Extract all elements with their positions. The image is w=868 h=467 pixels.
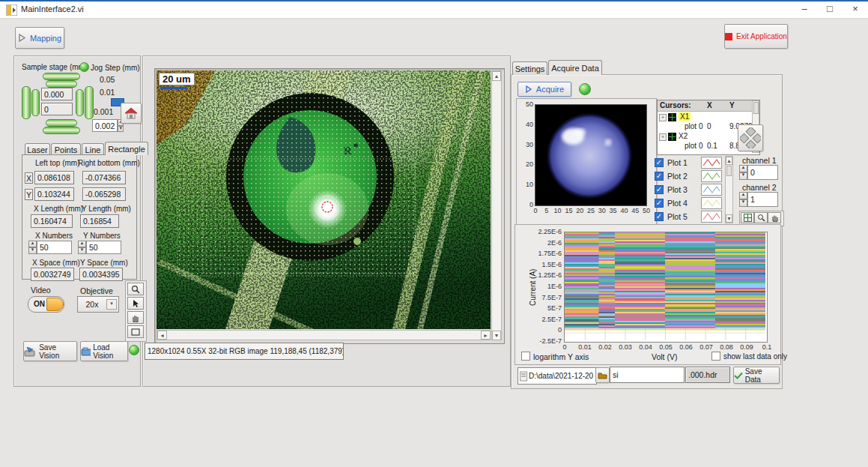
microscope-image[interactable]: R 20 um xyxy=(157,70,491,329)
stage-right-outer-button[interactable] xyxy=(85,86,94,119)
graph-zoom-tool-button[interactable] xyxy=(754,212,768,223)
plot5-style-icon[interactable] xyxy=(701,211,722,223)
intensity-map-plot[interactable] xyxy=(535,104,647,206)
minimize-button[interactable]: – xyxy=(792,1,817,18)
tab-points[interactable]: Points xyxy=(51,143,81,155)
stage-up-inner-button[interactable] xyxy=(46,80,77,88)
rectangle-tool-button[interactable] xyxy=(127,325,144,338)
channel1-spinner[interactable]: ▲▼ 0 xyxy=(739,165,778,180)
channel1-value[interactable]: 0 xyxy=(747,165,778,180)
tab-acquire-data[interactable]: Acquire Data xyxy=(548,60,602,75)
x-space-field[interactable]: 0.0032749 xyxy=(31,268,74,281)
jog-step-value[interactable]: 0.002 xyxy=(92,119,118,132)
stage-left-inner-button[interactable] xyxy=(31,89,40,116)
x-numbers-up-icon[interactable]: ▲ xyxy=(28,241,37,247)
x-length-field[interactable]: 0.160474 xyxy=(31,214,73,228)
scroll-up-arrow-icon[interactable]: ▲ xyxy=(492,71,501,81)
jog-option-0001[interactable]: 0.001 xyxy=(94,107,113,116)
mapping-button[interactable]: Mapping xyxy=(15,27,64,49)
plot5-checkbox[interactable]: ✓ xyxy=(655,212,664,221)
stage-right-inner-button[interactable] xyxy=(76,89,84,116)
stage-y-readout[interactable]: 0 xyxy=(41,103,73,115)
channel2-down-icon[interactable]: ▼ xyxy=(739,199,747,207)
objective-dropdown[interactable]: 20x ▼ xyxy=(77,296,119,313)
iv-traces-plot[interactable] xyxy=(564,232,768,343)
zoom-tool-button[interactable] xyxy=(127,283,144,295)
cursor-row-x1[interactable]: + X1 xyxy=(659,112,752,122)
data-path-control[interactable]: D:\data\2021-12-20 xyxy=(518,367,597,385)
graph-pan-tool-button[interactable] xyxy=(768,212,781,223)
cursor-mover-pad[interactable] xyxy=(738,124,763,151)
home-button[interactable] xyxy=(121,103,142,124)
stage-down-outer-button[interactable] xyxy=(43,127,80,134)
acquire-button[interactable]: Acquire xyxy=(518,82,571,97)
save-data-button[interactable]: Save Data xyxy=(733,367,780,384)
y-numbers-spinner[interactable]: ▲▼ 50 xyxy=(78,241,121,254)
video-toggle-knob[interactable] xyxy=(46,298,64,311)
image-horizontal-scrollbar[interactable]: ◄ ► xyxy=(157,330,491,340)
maximize-button[interactable]: □ xyxy=(817,1,843,18)
channel2-up-icon[interactable]: ▲ xyxy=(739,192,747,199)
objective-dropdown-arrow-icon[interactable]: ▼ xyxy=(106,299,117,310)
expand-icon[interactable]: + xyxy=(659,133,667,141)
jog-step-spinner[interactable]: 0.002 ▲▼ xyxy=(92,119,124,132)
file-basename-input[interactable]: si xyxy=(610,367,685,383)
expand-icon[interactable]: + xyxy=(659,114,667,121)
jog-option-001[interactable]: 0.01 xyxy=(100,88,115,97)
legend-scroll-down-icon[interactable]: ▼ xyxy=(726,214,732,223)
y-numbers-down-icon[interactable]: ▼ xyxy=(78,247,86,254)
stage-up-outer-button[interactable] xyxy=(43,73,80,80)
y-numbers-up-icon[interactable]: ▲ xyxy=(78,241,86,247)
scroll-down-arrow-icon[interactable]: ▼ xyxy=(492,331,501,340)
cursor-move-tool-button[interactable] xyxy=(741,212,754,223)
plot1-style-icon[interactable] xyxy=(701,157,722,169)
channel1-up-icon[interactable]: ▲ xyxy=(739,165,747,172)
left-top-x-field[interactable]: 0.086108 xyxy=(34,171,74,184)
plot2-checkbox[interactable]: ✓ xyxy=(655,172,664,181)
scroll-left-arrow-icon[interactable]: ◄ xyxy=(157,331,167,340)
left-top-y-field[interactable]: 0.103244 xyxy=(34,187,74,201)
load-vision-button[interactable]: Load Vision xyxy=(80,341,128,361)
x-numbers-value[interactable]: 50 xyxy=(37,241,72,254)
channel2-spinner[interactable]: ▲▼ 1 xyxy=(739,192,778,207)
plot3-checkbox[interactable]: ✓ xyxy=(655,185,664,194)
show-last-checkbox[interactable] xyxy=(711,352,720,361)
jog-step-down-icon[interactable]: ▼ xyxy=(118,126,124,133)
plot3-style-icon[interactable] xyxy=(701,184,722,196)
legend-scrollbar[interactable]: ▲ ▼ xyxy=(725,156,733,223)
cursor-x1-name[interactable]: X1 xyxy=(679,112,691,121)
y-length-field[interactable]: 0.16854 xyxy=(80,214,119,228)
x-numbers-spinner[interactable]: ▲▼ 50 xyxy=(28,241,72,254)
data-path-value[interactable]: D:\data\2021-12-20 xyxy=(529,372,593,380)
stage-left-outer-button[interactable] xyxy=(22,86,31,119)
tab-rectangle[interactable]: Rectangle xyxy=(105,142,148,155)
tab-laser[interactable]: Laser xyxy=(25,143,50,155)
tab-settings[interactable]: Settings xyxy=(512,61,547,75)
plot2-style-icon[interactable] xyxy=(701,170,722,182)
right-bottom-y-field[interactable]: -0.065298 xyxy=(82,187,126,201)
pan-tool-button[interactable] xyxy=(127,311,144,324)
plot4-checkbox[interactable]: ✓ xyxy=(655,199,664,208)
tab-line[interactable]: Line xyxy=(82,143,104,155)
stage-x-readout[interactable]: 0.000 xyxy=(41,88,73,100)
right-bottom-x-field[interactable]: -0.074366 xyxy=(82,171,126,184)
plot1-checkbox[interactable]: ✓ xyxy=(655,158,664,167)
video-toggle[interactable]: ON xyxy=(28,296,64,313)
channel2-value[interactable]: 1 xyxy=(747,192,778,207)
plot4-style-icon[interactable] xyxy=(701,197,722,209)
close-button[interactable]: × xyxy=(843,1,868,18)
select-tool-button[interactable] xyxy=(127,297,144,310)
log-y-checkbox[interactable] xyxy=(521,352,530,361)
x-numbers-down-icon[interactable]: ▼ xyxy=(28,247,37,254)
y-space-field[interactable]: 0.0034395 xyxy=(79,268,123,281)
save-vision-button[interactable]: Save Vision xyxy=(23,341,77,361)
exit-application-button[interactable]: Exit Application xyxy=(724,24,788,49)
image-vertical-scrollbar[interactable]: ▲ ▼ xyxy=(491,70,502,340)
y-numbers-value[interactable]: 50 xyxy=(86,241,121,254)
cursor-x2-name[interactable]: X2 xyxy=(679,132,688,140)
jog-option-005[interactable]: 0.05 xyxy=(100,75,115,84)
channel1-down-icon[interactable]: ▼ xyxy=(739,172,747,180)
legend-scroll-up-icon[interactable]: ▲ xyxy=(726,157,732,165)
browse-folder-button[interactable] xyxy=(595,367,610,383)
scroll-right-arrow-icon[interactable]: ► xyxy=(481,331,491,340)
